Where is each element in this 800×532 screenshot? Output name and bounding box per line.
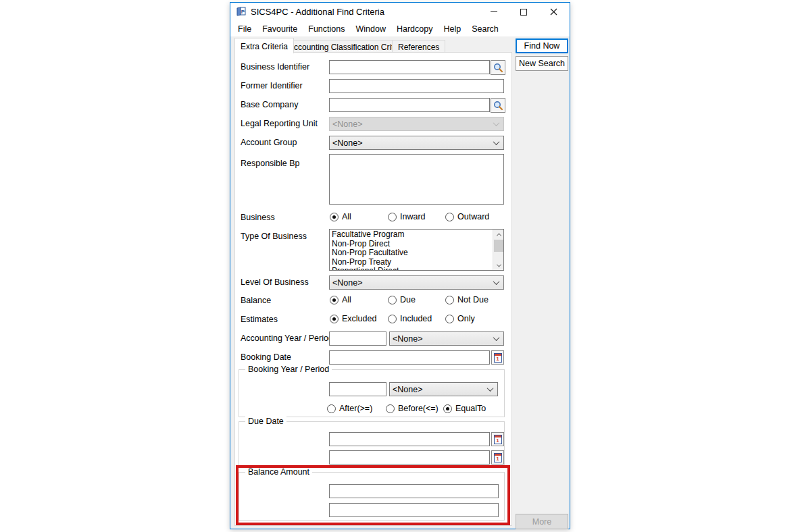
former-identifier-input[interactable] [329, 79, 504, 93]
level-of-business-dropdown[interactable]: <None> [329, 275, 504, 290]
radio-icon [445, 296, 454, 304]
balance-radio-all[interactable]: All [330, 295, 351, 304]
app-icon: P [236, 6, 247, 17]
legal-reporting-unit-dropdown: <None> [329, 117, 504, 131]
radio-icon [388, 315, 397, 323]
account-group-value: <None> [332, 138, 494, 148]
scroll-up-button[interactable] [493, 230, 504, 239]
criteria-radio-group: After(>=) Before(<=) EqualTo [327, 404, 505, 413]
minimize-button[interactable] [483, 3, 505, 21]
radio-icon [388, 296, 397, 304]
booking-year-period-group-title: Booking Year / Period [245, 365, 332, 374]
scroll-down-button[interactable] [493, 261, 504, 270]
chevron-down-icon [493, 334, 500, 341]
booking-date-label: Booking Date [241, 352, 291, 362]
balance-amount-group-title: Balance Amount [245, 467, 312, 477]
balance-radio-due[interactable]: Due [388, 295, 416, 304]
close-button[interactable] [543, 3, 564, 21]
base-company-label: Base Company [241, 100, 298, 109]
accounting-period-dropdown[interactable]: <None> [389, 331, 504, 346]
level-of-business-value: <None> [332, 278, 494, 288]
business-identifier-label: Business Identifier [241, 62, 309, 72]
criteria-radio-before[interactable]: Before(<=) [386, 404, 439, 413]
menu-functions[interactable]: Functions [303, 22, 350, 36]
close-icon [550, 8, 557, 16]
account-group-label: Account Group [241, 138, 297, 147]
due-date-group-title: Due Date [245, 417, 286, 426]
menu-hardcopy[interactable]: Hardcopy [391, 22, 439, 36]
legal-reporting-unit-value: <None> [332, 119, 494, 129]
find-now-button[interactable]: Find Now [516, 38, 568, 53]
menu-help[interactable]: Help [438, 22, 466, 36]
radio-icon [445, 315, 454, 323]
tab-extra-criteria[interactable]: Extra Criteria [234, 38, 294, 53]
menu-search[interactable]: Search [466, 22, 504, 36]
estimates-radio-group: Excluded Included Only [329, 314, 505, 323]
booking-date-input[interactable] [329, 350, 490, 365]
booking-period-dropdown[interactable]: <None> [389, 382, 498, 396]
radio-icon [445, 213, 454, 221]
chevron-down-icon [493, 138, 500, 145]
type-of-business-items: Facultative Program Non-Prop Direct Non-… [330, 230, 492, 270]
calendar-icon: 1 [494, 435, 502, 444]
accounting-year-period-label: Accounting Year / Period [241, 334, 333, 343]
responsible-bp-textarea[interactable] [329, 154, 504, 205]
accounting-year-input[interactable] [329, 331, 386, 346]
criteria-radio-after[interactable]: After(>=) [327, 404, 372, 413]
base-company-search-button[interactable] [491, 98, 505, 113]
type-of-business-listbox[interactable]: Facultative Program Non-Prop Direct Non-… [329, 229, 504, 271]
radio-checked-icon [443, 404, 452, 413]
maximize-button[interactable] [513, 3, 534, 21]
business-label: Business [241, 213, 275, 222]
search-icon [493, 63, 503, 73]
list-item[interactable]: Proportional Direct [332, 267, 492, 270]
list-item[interactable]: Non-Prop Treaty [332, 258, 492, 267]
more-button: More [516, 514, 568, 529]
list-item[interactable]: Non-Prop Direct [332, 240, 492, 249]
due-date-from-calendar-button[interactable]: 1 [491, 432, 504, 446]
due-date-upto-input[interactable] [329, 450, 490, 464]
business-identifier-search-button[interactable] [491, 60, 505, 75]
booking-date-calendar-button[interactable]: 1 [491, 350, 504, 365]
base-company-input[interactable] [329, 98, 490, 112]
business-radio-all[interactable]: All [330, 212, 351, 221]
type-of-business-label: Type Of Business [241, 232, 307, 241]
svg-text:P: P [241, 9, 245, 15]
chevron-down-icon [493, 119, 500, 126]
balance-radio-not-due[interactable]: Not Due [445, 295, 489, 304]
estimates-radio-excluded[interactable]: Excluded [330, 314, 376, 323]
menu-file[interactable]: File [232, 22, 257, 36]
balance-amount-from-input[interactable] [329, 484, 499, 498]
maximize-icon [520, 9, 527, 16]
list-item[interactable]: Non-Prop Facultative [332, 248, 492, 258]
menu-favourite[interactable]: Favourite [257, 22, 303, 36]
tab-references[interactable]: References [392, 40, 445, 53]
menu-window[interactable]: Window [350, 22, 391, 36]
radio-icon [388, 213, 397, 221]
calendar-icon: 1 [494, 353, 502, 363]
business-radio-inward[interactable]: Inward [388, 212, 426, 221]
listbox-scrollbar[interactable] [493, 230, 503, 270]
balance-radio-group: All Due Not Due [329, 295, 505, 304]
criteria-radio-equalto[interactable]: EqualTo [443, 404, 486, 413]
estimates-radio-only[interactable]: Only [445, 314, 475, 323]
radio-checked-icon [330, 296, 339, 304]
business-radio-outward[interactable]: Outward [445, 212, 489, 221]
chevron-down-icon [487, 385, 494, 392]
business-identifier-input[interactable] [329, 60, 490, 74]
chevron-down-icon [493, 278, 500, 285]
menu-bar: File Favourite Functions Window Hardcopy… [230, 21, 570, 36]
balance-amount-upto-input[interactable] [329, 503, 499, 517]
responsible-bp-label: Responsible Bp [241, 159, 300, 168]
due-date-upto-calendar-button[interactable]: 1 [491, 450, 504, 464]
booking-year-input[interactable] [329, 382, 386, 396]
account-group-dropdown[interactable]: <None> [329, 136, 504, 150]
estimates-radio-included[interactable]: Included [388, 314, 432, 323]
radio-checked-icon [330, 315, 339, 323]
booking-period-value: <None> [393, 385, 488, 394]
new-search-button[interactable]: New Search [516, 56, 568, 71]
window-title: SICS4PC - Additional Find Criteria [251, 7, 384, 17]
list-item[interactable]: Facultative Program [332, 230, 492, 240]
scrollbar-thumb[interactable] [494, 240, 503, 252]
due-date-from-input[interactable] [329, 432, 490, 446]
